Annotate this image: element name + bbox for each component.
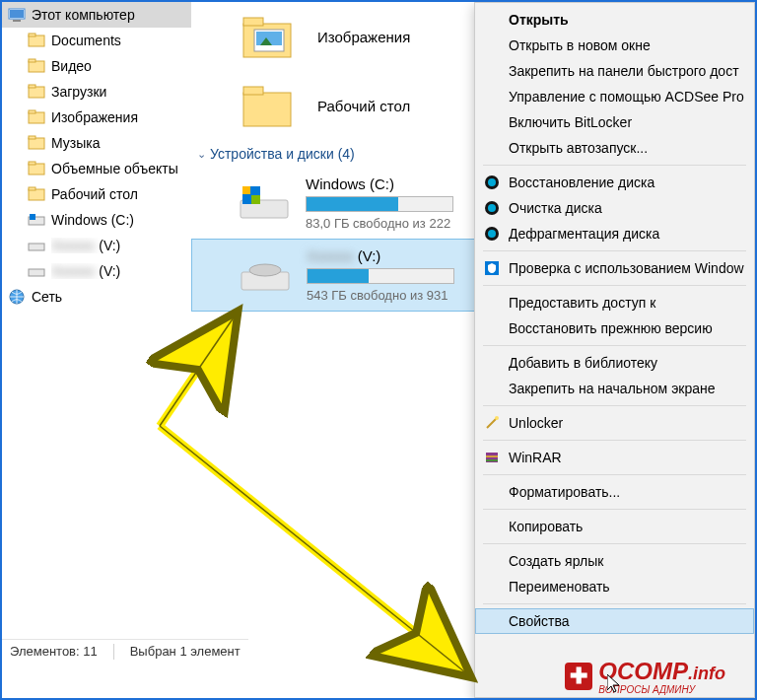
sidebar-label: Этот компьютер bbox=[32, 7, 135, 23]
acronis-icon bbox=[483, 225, 501, 243]
ctx-disk-cleanup[interactable]: Очистка диска bbox=[475, 195, 754, 221]
drive-name: Windows (C:) bbox=[306, 175, 453, 192]
ctx-pin-start[interactable]: Закрепить на начальном экране bbox=[475, 376, 754, 401]
sidebar-item-video[interactable]: Видео bbox=[2, 53, 191, 79]
section-title: Устройства и диски (4) bbox=[210, 146, 355, 162]
sidebar-item-pictures[interactable]: Изображения bbox=[2, 105, 191, 130]
sidebar-label: Изображения bbox=[51, 109, 138, 125]
svg-rect-3 bbox=[29, 35, 44, 46]
status-selection: Выбран 1 элемент bbox=[130, 644, 241, 659]
ctx-separator bbox=[483, 285, 746, 286]
ctx-disk-recovery[interactable]: Восстановление диска bbox=[475, 170, 754, 195]
status-count: Элементов: 11 bbox=[10, 644, 98, 659]
sidebar-label: Музыка bbox=[51, 135, 101, 151]
ctx-separator bbox=[483, 509, 746, 510]
sidebar-label: Видео bbox=[51, 58, 92, 74]
acronis-icon bbox=[483, 174, 501, 191]
sidebar-item-this-pc[interactable]: Этот компьютер bbox=[2, 2, 191, 28]
cursor-icon bbox=[607, 674, 621, 694]
ctx-separator bbox=[483, 440, 746, 441]
ctx-open-new-window[interactable]: Открыть в новом окне bbox=[475, 33, 754, 58]
ctx-restore-previous[interactable]: Восстановить прежнюю версию bbox=[475, 315, 754, 341]
ctx-add-library[interactable]: Добавить в библиотеку bbox=[475, 350, 754, 376]
svg-rect-14 bbox=[29, 162, 35, 165]
svg-rect-11 bbox=[29, 138, 44, 149]
sidebar-item-drive-v2[interactable]: Xxxxxx (V:) bbox=[2, 258, 191, 284]
sidebar: Этот компьютер Documents Видео Загрузки … bbox=[2, 2, 191, 310]
svg-rect-46 bbox=[486, 459, 498, 461]
folder-icon bbox=[28, 134, 45, 152]
ctx-rename[interactable]: Переименовать bbox=[475, 574, 754, 599]
ctx-separator bbox=[483, 405, 746, 406]
sidebar-label: Объемные объекты bbox=[51, 161, 178, 176]
ctx-format[interactable]: Форматировать... bbox=[475, 479, 754, 505]
ctx-open[interactable]: Открыть bbox=[475, 7, 754, 33]
svg-rect-45 bbox=[486, 455, 498, 457]
svg-point-38 bbox=[488, 204, 496, 212]
svg-point-40 bbox=[488, 230, 496, 238]
drive-name: Xxxxxx (V:) bbox=[307, 247, 454, 264]
svg-point-43 bbox=[495, 416, 499, 420]
svg-rect-32 bbox=[251, 195, 260, 204]
svg-rect-10 bbox=[29, 110, 35, 113]
ctx-separator bbox=[483, 345, 746, 346]
svg-rect-19 bbox=[29, 244, 44, 250]
svg-rect-27 bbox=[243, 93, 291, 126]
svg-rect-15 bbox=[29, 189, 44, 200]
svg-point-34 bbox=[249, 264, 281, 276]
ctx-separator bbox=[483, 474, 746, 475]
sidebar-item-downloads[interactable]: Загрузки bbox=[2, 79, 191, 105]
svg-rect-13 bbox=[29, 164, 44, 175]
drive-free-text: 83,0 ГБ свободно из 222 bbox=[306, 216, 453, 231]
status-bar: Элементов: 11 Выбран 1 элемент bbox=[2, 639, 248, 663]
folder-icon bbox=[28, 160, 45, 177]
sidebar-item-network[interactable]: Сеть bbox=[2, 284, 191, 310]
svg-rect-12 bbox=[29, 136, 35, 139]
ctx-pin-quickaccess[interactable]: Закрепить на панели быстрого дост bbox=[475, 58, 754, 84]
ctx-properties[interactable]: Свойства bbox=[475, 608, 754, 634]
sidebar-item-documents[interactable]: Documents bbox=[2, 28, 191, 53]
chevron-down-icon: ⌄ bbox=[197, 148, 206, 161]
sidebar-label: Xxxxxx (V:) bbox=[51, 263, 120, 279]
sidebar-item-desktop[interactable]: Рабочий стол bbox=[2, 181, 191, 207]
ctx-copy[interactable]: Копировать bbox=[475, 514, 754, 539]
pc-icon bbox=[8, 6, 26, 24]
sidebar-item-3dobjects[interactable]: Объемные объекты bbox=[2, 156, 191, 181]
status-separator bbox=[113, 644, 114, 660]
disk-icon bbox=[28, 211, 45, 229]
ctx-disk-defrag[interactable]: Дефрагментация диска bbox=[475, 221, 754, 246]
ctx-separator bbox=[483, 603, 746, 604]
ctx-bitlocker[interactable]: Включить BitLocker bbox=[475, 109, 754, 135]
folder-icon bbox=[28, 83, 45, 101]
sidebar-label: Сеть bbox=[32, 289, 62, 305]
ctx-autoplay[interactable]: Открыть автозапуск... bbox=[475, 135, 754, 161]
ctx-defender-scan[interactable]: Проверка с использованием Window bbox=[475, 255, 754, 281]
ctx-winrar[interactable]: WinRAR bbox=[475, 445, 754, 470]
drive-info: Xxxxxx (V:) 543 ГБ свободно из 931 bbox=[307, 247, 454, 303]
sidebar-item-drive-v1[interactable]: Xxxxxx (V:) bbox=[2, 233, 191, 258]
svg-rect-5 bbox=[29, 61, 44, 72]
ctx-give-access[interactable]: Предоставить доступ к bbox=[475, 290, 754, 315]
ctx-acdsee[interactable]: Управление с помощью ACDSee Pro bbox=[475, 84, 754, 109]
disk-large-icon bbox=[237, 182, 292, 224]
watermark: ✚ OCOMP.info ВОПРОСЫ АДМИНУ bbox=[565, 658, 725, 694]
sidebar-item-drive-c[interactable]: Windows (C:) bbox=[2, 207, 191, 233]
svg-rect-9 bbox=[29, 112, 44, 123]
folder-icon bbox=[28, 32, 45, 49]
acronis-icon bbox=[483, 199, 501, 217]
ctx-unlocker[interactable]: Unlocker bbox=[475, 410, 754, 436]
folder-icon bbox=[28, 108, 45, 126]
folder-label: Изображения bbox=[317, 29, 410, 45]
svg-rect-7 bbox=[29, 87, 44, 98]
svg-line-42 bbox=[487, 418, 497, 428]
drive-usage-bar bbox=[307, 268, 454, 284]
sidebar-label: Рабочий стол bbox=[51, 186, 138, 202]
ctx-separator bbox=[483, 543, 746, 544]
ctx-create-shortcut[interactable]: Создать ярлык bbox=[475, 548, 754, 574]
svg-rect-1 bbox=[10, 10, 24, 18]
sidebar-item-music[interactable]: Музыка bbox=[2, 130, 191, 156]
folder-icon bbox=[28, 57, 45, 75]
drive-info: Windows (C:) 83,0 ГБ свободно из 222 bbox=[306, 175, 453, 231]
svg-rect-28 bbox=[243, 87, 263, 95]
sidebar-label: Documents bbox=[51, 33, 121, 48]
